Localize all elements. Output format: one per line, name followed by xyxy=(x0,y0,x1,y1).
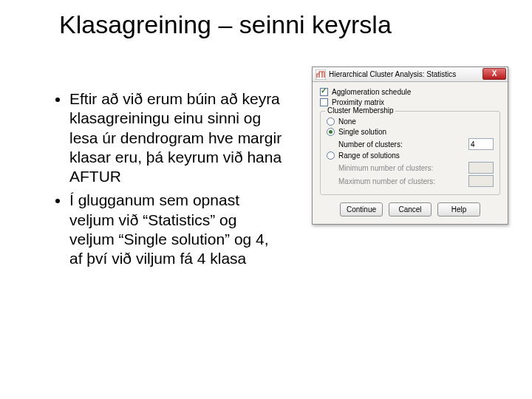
dendrogram-icon xyxy=(316,69,326,80)
max-clusters-row: Maximum number of clusters: xyxy=(327,175,494,187)
radio-range-row[interactable]: Range of solutions xyxy=(327,151,494,160)
radio-single[interactable] xyxy=(327,128,335,136)
dialog-button-row: Continue Cancel Help xyxy=(320,202,500,216)
radio-range-label: Range of solutions xyxy=(338,151,400,160)
close-button[interactable]: X xyxy=(482,68,506,80)
radio-single-row[interactable]: Single solution xyxy=(327,128,494,136)
max-clusters-input xyxy=(468,175,494,187)
radio-none-label: None xyxy=(338,117,356,126)
radio-none[interactable] xyxy=(327,117,335,126)
proximity-matrix-row[interactable]: Proximity matrix xyxy=(320,98,500,106)
max-clusters-label: Maximum number of clusters: xyxy=(338,177,435,185)
agglomeration-schedule-row[interactable]: Agglomeration schedule xyxy=(320,88,500,96)
min-clusters-label: Minimum number of clusters: xyxy=(338,164,433,172)
cancel-button[interactable]: Cancel xyxy=(389,202,432,216)
continue-button[interactable]: Continue xyxy=(340,202,383,216)
agglomeration-label: Agglomeration schedule xyxy=(332,88,411,96)
cluster-membership-group: Cluster Membership None Single solution … xyxy=(320,111,500,195)
radio-single-label: Single solution xyxy=(338,128,386,136)
min-clusters-row: Minimum number of clusters: xyxy=(327,162,494,174)
min-clusters-input xyxy=(468,162,494,174)
bullet-item: Í glugganum sem opnast veljum við “Stati… xyxy=(69,191,284,268)
bullet-list: Eftir að við erum búin að keyra klasagre… xyxy=(40,89,284,273)
num-clusters-input[interactable] xyxy=(468,138,494,150)
slide-title: Klasagreining – seinni keyrsla xyxy=(59,10,392,39)
help-button[interactable]: Help xyxy=(437,202,480,216)
radio-range[interactable] xyxy=(327,151,335,160)
dialog-titlebar: Hierarchical Cluster Analysis: Statistic… xyxy=(313,67,508,82)
group-title: Cluster Membership xyxy=(325,106,395,115)
proximity-checkbox[interactable] xyxy=(320,98,328,106)
dialog-body: Agglomeration schedule Proximity matrix … xyxy=(313,82,508,224)
statistics-dialog: Hierarchical Cluster Analysis: Statistic… xyxy=(312,66,508,225)
dialog-title: Hierarchical Cluster Analysis: Statistic… xyxy=(329,70,456,78)
bullet-item: Eftir að við erum búin að keyra klasagre… xyxy=(69,89,284,186)
radio-none-row[interactable]: None xyxy=(327,117,494,126)
num-clusters-label: Number of clusters: xyxy=(338,140,403,149)
agglomeration-checkbox[interactable] xyxy=(320,88,328,96)
num-clusters-row: Number of clusters: xyxy=(327,138,494,150)
proximity-label: Proximity matrix xyxy=(332,98,384,106)
